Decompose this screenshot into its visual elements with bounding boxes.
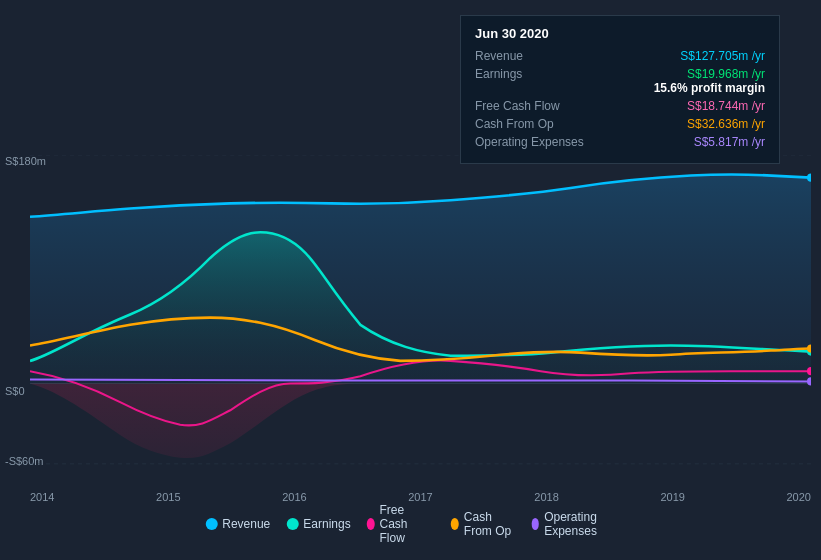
revenue-row: Revenue S$127.705m /yr — [475, 49, 765, 63]
legend-dot-opex — [531, 518, 539, 530]
earnings-value: S$19.968m /yr — [654, 67, 765, 81]
revenue-label: Revenue — [475, 49, 595, 63]
chart-legend: Revenue Earnings Free Cash Flow Cash Fro… — [205, 503, 616, 545]
x-label-2019: 2019 — [660, 491, 684, 503]
y-axis-zero: S$0 — [5, 385, 25, 397]
fcf-value: S$18.744m /yr — [687, 99, 765, 113]
legend-dot-earnings — [286, 518, 298, 530]
legend-label-fcf: Free Cash Flow — [380, 503, 435, 545]
legend-label-cashfromop: Cash From Op — [464, 510, 515, 538]
legend-cashfromop[interactable]: Cash From Op — [451, 510, 515, 538]
legend-fcf[interactable]: Free Cash Flow — [367, 503, 435, 545]
chart-container: Jun 30 2020 Revenue S$127.705m /yr Earni… — [0, 0, 821, 560]
x-axis: 2014 2015 2016 2017 2018 2019 2020 — [30, 491, 811, 503]
cashfromop-row: Cash From Op S$32.636m /yr — [475, 117, 765, 131]
cashfromop-value: S$32.636m /yr — [687, 117, 765, 131]
profit-margin: 15.6% profit margin — [654, 81, 765, 95]
x-label-2020: 2020 — [786, 491, 810, 503]
x-label-2015: 2015 — [156, 491, 180, 503]
chart-svg — [30, 155, 811, 505]
legend-revenue[interactable]: Revenue — [205, 517, 270, 531]
x-label-2018: 2018 — [534, 491, 558, 503]
legend-dot-fcf — [367, 518, 375, 530]
x-label-2014: 2014 — [30, 491, 54, 503]
legend-dot-cashfromop — [451, 518, 459, 530]
opex-value: S$5.817m /yr — [694, 135, 765, 149]
info-tooltip: Jun 30 2020 Revenue S$127.705m /yr Earni… — [460, 15, 780, 164]
earnings-row: Earnings S$19.968m /yr 15.6% profit marg… — [475, 67, 765, 95]
revenue-value: S$127.705m /yr — [680, 49, 765, 63]
legend-label-opex: Operating Expenses — [544, 510, 616, 538]
x-label-2017: 2017 — [408, 491, 432, 503]
chart-area — [30, 155, 811, 505]
legend-earnings[interactable]: Earnings — [286, 517, 350, 531]
info-box-title: Jun 30 2020 — [475, 26, 765, 41]
fcf-row: Free Cash Flow S$18.744m /yr — [475, 99, 765, 113]
legend-label-earnings: Earnings — [303, 517, 350, 531]
legend-label-revenue: Revenue — [222, 517, 270, 531]
earnings-label: Earnings — [475, 67, 595, 81]
legend-dot-revenue — [205, 518, 217, 530]
opex-row: Operating Expenses S$5.817m /yr — [475, 135, 765, 149]
cashfromop-label: Cash From Op — [475, 117, 595, 131]
opex-label: Operating Expenses — [475, 135, 595, 149]
legend-opex[interactable]: Operating Expenses — [531, 510, 615, 538]
fcf-label: Free Cash Flow — [475, 99, 595, 113]
x-label-2016: 2016 — [282, 491, 306, 503]
